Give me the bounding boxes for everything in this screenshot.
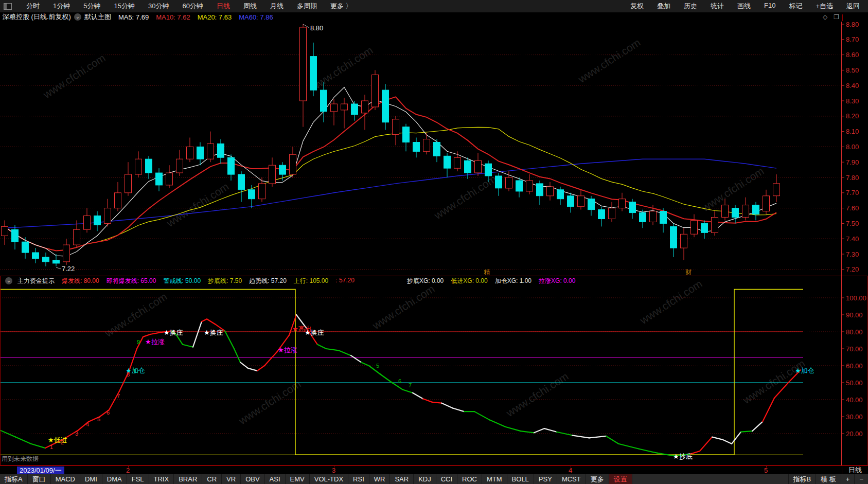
month-label-5: 5 <box>764 467 768 474</box>
toolbar-item-MCST[interactable]: MCST <box>557 474 586 484</box>
svg-text:8.40: 8.40 <box>846 82 859 89</box>
toolbar-item-VR[interactable]: VR <box>222 474 241 484</box>
ma-values: MA5: 7.69MA10: 7.62MA20: 7.63MA60: 7.86 <box>111 13 273 21</box>
svg-text:1: 1 <box>50 444 53 450</box>
ma-value: MA60: 7.86 <box>239 13 273 21</box>
svg-text:★拉涨: ★拉涨 <box>278 346 297 354</box>
toolbar-item-SAR[interactable]: SAR <box>390 474 414 484</box>
menu-item-30分钟[interactable]: 30分钟 <box>148 2 169 11</box>
toolbar-item-CR[interactable]: CR <box>202 474 222 484</box>
svg-text:7.60: 7.60 <box>846 204 859 212</box>
toolbar-item-ROC[interactable]: ROC <box>457 474 482 484</box>
window-split-icon[interactable]: ❐ <box>834 13 839 21</box>
toolbar-item-PSY[interactable]: PSY <box>534 474 557 484</box>
diamond-icon[interactable]: ◇ <box>823 13 827 21</box>
toolbar-item-EMV[interactable]: EMV <box>286 474 310 484</box>
toolbar-item-KDJ[interactable]: KDJ <box>414 474 436 484</box>
svg-text:7: 7 <box>117 393 120 399</box>
svg-text:★加仓: ★加仓 <box>795 367 814 374</box>
toolbar-item-VOL-TDX[interactable]: VOL-TDX <box>310 474 348 484</box>
svg-text:30.00: 30.00 <box>846 413 863 421</box>
svg-text:8.60: 8.60 <box>846 51 859 59</box>
menu-item-叠加[interactable]: 叠加 <box>657 2 670 11</box>
first-date-label: 2023/01/09/一 <box>17 467 64 474</box>
toolbar-item-MTM[interactable]: MTM <box>482 474 507 484</box>
toolbar-item-FSL[interactable]: FSL <box>127 474 149 484</box>
toolbar-item-更多[interactable]: 更多 <box>586 474 609 484</box>
menu-item-统计[interactable]: 统计 <box>711 2 724 11</box>
svg-text:20.00: 20.00 <box>846 430 863 438</box>
toolbar-item-settings[interactable]: 设置 <box>609 474 632 484</box>
indicator-title: 主力资金提示 <box>17 277 55 285</box>
toolbar-item-TRIX[interactable]: TRIX <box>149 474 174 484</box>
toolbar-item-模 板[interactable]: 模 板 <box>816 474 841 484</box>
svg-text:4: 4 <box>86 421 89 427</box>
candlestick-chart[interactable]: www.cfchi.comwww.cfchi.comwww.cfchi.comw… <box>0 22 868 276</box>
svg-text:8.00: 8.00 <box>846 143 859 151</box>
menu-item-更多 〉[interactable]: 更多 〉 <box>330 2 352 11</box>
svg-text:www.cfchi.com: www.cfchi.com <box>504 370 571 419</box>
indicator-field: 加仓XG: 1.00 <box>495 277 532 285</box>
svg-text:60.00: 60.00 <box>846 362 863 370</box>
menu-item-1分钟[interactable]: 1分钟 <box>53 2 70 11</box>
menu-item-画线[interactable]: 画线 <box>737 2 751 11</box>
menu-item-周线[interactable]: 周线 <box>243 2 257 11</box>
svg-text:40.00: 40.00 <box>846 396 863 404</box>
svg-text:2: 2 <box>61 439 64 445</box>
toolbar-item-DMI[interactable]: DMI <box>80 474 102 484</box>
toolbar-item-指标B[interactable]: 指标B <box>788 474 816 484</box>
menu-item-15分钟[interactable]: 15分钟 <box>114 2 134 11</box>
menu-item-多周期[interactable]: 多周期 <box>297 2 317 11</box>
toolbar-item-+[interactable]: + <box>841 474 855 484</box>
toolbar-item-窗口[interactable]: 窗口 <box>28 474 51 484</box>
menu-item-+自选[interactable]: +自选 <box>816 2 833 11</box>
svg-text:50.00: 50.00 <box>846 379 863 387</box>
svg-text:3: 3 <box>75 431 78 437</box>
menu-item-60分钟[interactable]: 60分钟 <box>182 2 203 11</box>
svg-text:7.80: 7.80 <box>846 174 859 182</box>
indicator-field: 抄底线: 7.50 <box>208 277 242 285</box>
menu-item-F10[interactable]: F10 <box>764 2 775 11</box>
menu-item-历史[interactable]: 历史 <box>684 2 697 11</box>
toolbar-item-−[interactable]: − <box>854 474 868 484</box>
svg-text:8.10: 8.10 <box>846 128 859 135</box>
top-menubar: 分时1分钟5分钟15分钟30分钟60分钟日线周线月线多周期更多 〉 复权叠加历史… <box>0 0 868 13</box>
chevron-down-icon[interactable]: ⌄ <box>74 13 81 21</box>
toolbar-item-RSI[interactable]: RSI <box>348 474 369 484</box>
toolbar-item-WR[interactable]: WR <box>369 474 391 484</box>
month-label-2: 2 <box>126 467 130 474</box>
indicator-chart[interactable]: www.cfchi.comwww.cfchi.comwww.cfchi.comw… <box>0 276 868 465</box>
toolbar-item-DMA[interactable]: DMA <box>102 474 127 484</box>
toolbar-item-BRAR[interactable]: BRAR <box>174 474 202 484</box>
svg-text:7.50: 7.50 <box>846 220 859 227</box>
svg-text:8.80: 8.80 <box>846 22 859 28</box>
menu-item-分时[interactable]: 分时 <box>26 2 40 11</box>
menu-item-标记[interactable]: 标记 <box>789 2 802 11</box>
svg-text:8.50: 8.50 <box>846 66 859 74</box>
svg-text:★拉涨: ★拉涨 <box>145 338 165 346</box>
menu-item-返回[interactable]: 返回 <box>846 2 860 11</box>
month-label-4: 4 <box>569 467 572 474</box>
svg-text:7.40: 7.40 <box>846 235 859 243</box>
indicator-field: 拉涨XG: 0.00 <box>539 277 575 285</box>
toolbar-item-OBV[interactable]: OBV <box>241 474 264 484</box>
svg-text:7.70: 7.70 <box>846 189 859 196</box>
menu-item-复权[interactable]: 复权 <box>630 2 644 11</box>
svg-text:精: 精 <box>484 268 490 276</box>
indicator-field: 抄底XG: 0.00 <box>407 277 444 285</box>
menu-item-日线[interactable]: 日线 <box>217 2 230 11</box>
toolbar-item-指标A[interactable]: 指标A <box>0 474 28 484</box>
main-layout-selector[interactable]: 默认主图 <box>84 12 111 22</box>
menu-item-月线[interactable]: 月线 <box>270 2 284 11</box>
ma5-line <box>5 87 776 256</box>
collapse-chevron-icon[interactable]: ⌄ <box>5 277 12 284</box>
toolbar-item-CCI[interactable]: CCI <box>436 474 457 484</box>
indicator-field: 上行: 105.00 <box>294 277 328 285</box>
svg-text:6: 6 <box>107 409 110 416</box>
toolbar-item-MACD[interactable]: MACD <box>51 474 80 484</box>
menu-item-5分钟[interactable]: 5分钟 <box>83 2 100 11</box>
toolbar-item-ASI[interactable]: ASI <box>265 474 286 484</box>
trading-app-window: { "app": {"watermark": "www.cfchi.com"},… <box>0 0 868 484</box>
toolbar-item-BOLL[interactable]: BOLL <box>507 474 534 484</box>
month-label-3: 3 <box>332 467 335 474</box>
